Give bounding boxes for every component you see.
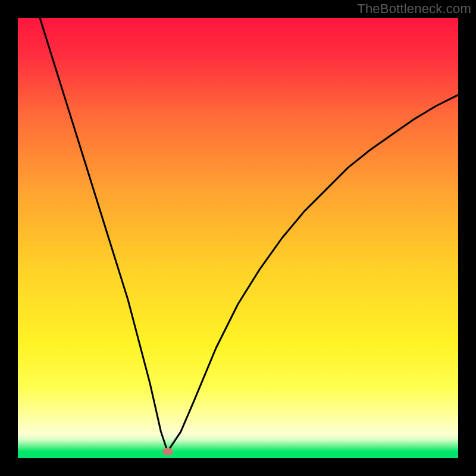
plot-area [18, 18, 458, 458]
watermark-text: TheBottleneck.com [357, 1, 471, 17]
optimal-marker-dot [162, 447, 173, 455]
bottleneck-curve [18, 18, 458, 458]
chart-container: TheBottleneck.com [0, 0, 476, 476]
